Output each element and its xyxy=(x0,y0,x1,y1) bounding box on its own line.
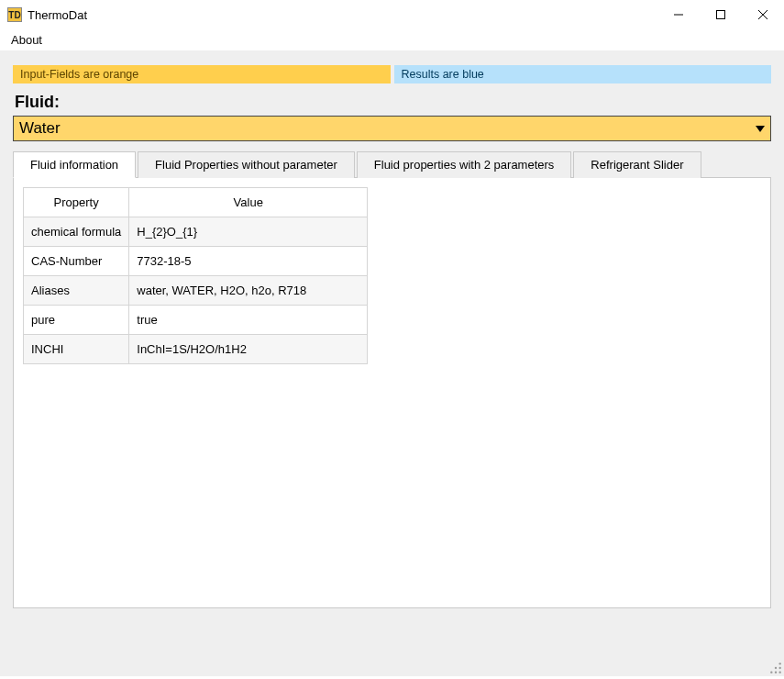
window-title: ThermoDat xyxy=(28,8,87,22)
minimize-icon xyxy=(674,10,683,19)
table-row: chemical formula H_{2}O_{1} xyxy=(24,217,368,247)
table-row: CAS-Number 7732-18-5 xyxy=(24,247,368,276)
maximize-button[interactable] xyxy=(700,0,742,29)
tab-row: Fluid information Fluid Properties witho… xyxy=(13,150,771,177)
cell-value: InChI=1S/H2O/h1H2 xyxy=(129,335,368,364)
cell-value: 7732-18-5 xyxy=(129,247,368,276)
svg-point-4 xyxy=(779,662,781,664)
table-row: pure true xyxy=(24,306,368,335)
chevron-down-icon xyxy=(756,126,765,132)
cell-property: pure xyxy=(24,306,129,335)
cell-property: Aliases xyxy=(24,276,129,306)
col-header-property: Property xyxy=(24,188,129,217)
col-header-value: Value xyxy=(129,188,368,217)
svg-point-7 xyxy=(770,672,772,673)
close-icon xyxy=(758,10,767,19)
resize-grip-icon[interactable] xyxy=(769,662,782,674)
svg-point-8 xyxy=(775,672,777,673)
cell-value: H_{2}O_{1} xyxy=(129,217,368,247)
table-row: INCHI InChI=1S/H2O/h1H2 xyxy=(24,335,368,364)
cell-property: chemical formula xyxy=(24,217,129,247)
tab-properties-2-params[interactable]: Fluid properties with 2 parameters xyxy=(357,151,572,178)
fluid-info-table: Property Value chemical formula H_{2}O_{… xyxy=(23,187,368,364)
titlebar: TD ThermoDat xyxy=(0,0,784,29)
tab-properties-no-param[interactable]: Fluid Properties without parameter xyxy=(138,151,355,178)
fluid-select[interactable]: Water xyxy=(13,116,771,141)
fluid-select-value: Water xyxy=(19,119,61,138)
minimize-button[interactable] xyxy=(657,0,700,29)
svg-point-9 xyxy=(779,672,781,673)
legend-result: Results are blue xyxy=(394,65,772,83)
close-button[interactable] xyxy=(742,0,784,29)
maximize-icon xyxy=(716,10,725,19)
table-row: Aliases water, WATER, H2O, h2o, R718 xyxy=(24,276,368,306)
tab-panel-fluid-information: Property Value chemical formula H_{2}O_{… xyxy=(13,177,771,608)
fluid-label: Fluid: xyxy=(15,93,771,112)
tab-fluid-information[interactable]: Fluid information xyxy=(13,151,136,178)
client-area: Input-Fields are orange Results are blue… xyxy=(0,50,784,676)
tab-refrigerant-slider[interactable]: Refrigerant Slider xyxy=(573,151,701,178)
svg-rect-1 xyxy=(717,11,725,19)
svg-point-6 xyxy=(779,667,781,669)
menubar: About xyxy=(0,29,784,50)
app-icon: TD xyxy=(7,7,22,22)
tab-area: Fluid information Fluid Properties witho… xyxy=(13,150,771,608)
cell-property: INCHI xyxy=(24,335,129,364)
menu-about[interactable]: About xyxy=(7,31,46,49)
legend-input: Input-Fields are orange xyxy=(13,65,391,83)
svg-point-5 xyxy=(775,667,777,669)
cell-value: true xyxy=(129,306,368,335)
legend-row: Input-Fields are orange Results are blue xyxy=(13,65,771,83)
cell-property: CAS-Number xyxy=(24,247,129,276)
cell-value: water, WATER, H2O, h2o, R718 xyxy=(129,276,368,306)
